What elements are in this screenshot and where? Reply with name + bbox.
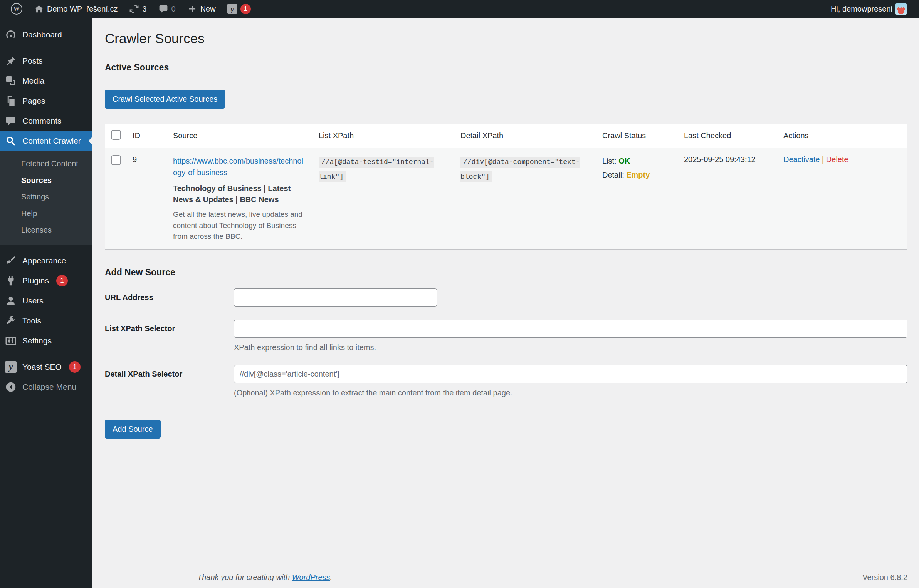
- page-title: Crawler Sources: [105, 31, 907, 46]
- account-menu[interactable]: Hi, demowpreseni: [827, 0, 911, 18]
- crawl-selected-button[interactable]: Crawl Selected Active Sources: [105, 90, 225, 109]
- comments-menu[interactable]: 0: [155, 0, 180, 18]
- sidebar-item-comments[interactable]: Comments: [0, 111, 92, 131]
- sidebar-item-label: Dashboard: [22, 30, 62, 39]
- sidebar-item-media[interactable]: Media: [0, 71, 92, 91]
- row-detail-xpath-cell: //div[@data-component="text-block"]: [455, 148, 596, 250]
- sidebar-item-pages[interactable]: Pages: [0, 91, 92, 111]
- yoast-seo-menu[interactable]: y 1: [223, 0, 255, 18]
- detail-xpath-selector-label: Detail XPath Selector: [105, 365, 234, 379]
- row-last-checked: 2025-09-25 09:43:12: [678, 148, 778, 250]
- sidebar-item-label: Comments: [22, 116, 62, 126]
- plugins-update-badge: 1: [56, 275, 68, 286]
- detail-xpath-code: //div[@data-component="text-block"]: [460, 157, 580, 182]
- sidebar-item-content-crawler[interactable]: Content Crawler: [0, 131, 92, 151]
- submenu-item-fetched-content[interactable]: Fetched Content: [0, 156, 92, 172]
- detail-xpath-selector-input[interactable]: [234, 365, 907, 383]
- source-description: Get all the latest news, live updates an…: [173, 209, 307, 242]
- column-header-detail-xpath: Detail XPath: [455, 124, 596, 148]
- yoast-icon: y: [5, 361, 17, 373]
- detail-xpath-helper-text: (Optional) XPath expression to extract t…: [234, 389, 907, 397]
- submenu-item-settings[interactable]: Settings: [0, 189, 92, 205]
- sidebar-item-label: Appearance: [22, 256, 66, 265]
- dashboard-icon: [5, 29, 17, 40]
- pushpin-icon: [5, 55, 17, 67]
- avatar: [895, 3, 907, 15]
- row-id: 9: [127, 148, 167, 250]
- media-icon: [5, 75, 17, 87]
- status-list-label: List:: [602, 157, 618, 165]
- pages-icon: [5, 95, 17, 107]
- add-new-source-heading: Add New Source: [105, 267, 907, 278]
- sources-table: ID Source List XPath Detail XPath Crawl …: [105, 124, 907, 250]
- plus-icon: [187, 4, 197, 14]
- url-address-input[interactable]: [234, 288, 437, 307]
- comment-icon: [158, 4, 168, 14]
- collapse-arrow-icon: [5, 381, 17, 393]
- new-content-menu[interactable]: New: [183, 0, 220, 18]
- delete-link[interactable]: Delete: [826, 155, 848, 164]
- sidebar-item-plugins[interactable]: Plugins 1: [0, 271, 92, 291]
- sidebar-item-label: Plugins: [22, 276, 49, 285]
- sidebar-item-label: Users: [22, 296, 44, 305]
- submenu-item-licenses[interactable]: Licenses: [0, 222, 92, 238]
- sidebar-item-tools[interactable]: Tools: [0, 311, 92, 331]
- footer-thanks: Thank you for creating with WordPress.: [197, 573, 332, 582]
- row-actions-cell: Deactivate | Delete: [778, 148, 907, 250]
- wordpress-logo-icon: W: [11, 3, 22, 15]
- footer: Thank you for creating with WordPress. V…: [197, 573, 907, 582]
- status-detail-value: Empty: [626, 171, 650, 179]
- sidebar-item-appearance[interactable]: Appearance: [0, 251, 92, 271]
- column-header-id: ID: [127, 124, 167, 148]
- comment-icon: [5, 115, 17, 127]
- row-crawl-status-cell: List: OK Detail: Empty: [596, 148, 678, 250]
- column-header-crawl-status: Crawl Status: [596, 124, 678, 148]
- status-detail-label: Detail:: [602, 171, 626, 179]
- sidebar-item-posts[interactable]: Posts: [0, 51, 92, 71]
- sidebar-item-label: Pages: [22, 96, 45, 106]
- sidebar-item-label: Content Crawler: [22, 136, 81, 146]
- sidebar-item-yoast-seo[interactable]: y Yoast SEO 1: [0, 357, 92, 377]
- search-icon: [5, 135, 17, 147]
- status-list-value: OK: [618, 157, 630, 165]
- site-link[interactable]: Demo WP_řešení.cz: [30, 0, 121, 18]
- active-sources-heading: Active Sources: [105, 62, 907, 73]
- sidebar-item-settings[interactable]: Settings: [0, 331, 92, 351]
- sidebar-item-collapse-menu[interactable]: Collapse Menu: [0, 377, 92, 397]
- list-xpath-code: //a[@data-testid="internal-link"]: [319, 157, 434, 182]
- source-title: Technology of Business | Latest News & U…: [173, 183, 307, 205]
- wordpress-link[interactable]: WordPress: [292, 573, 330, 581]
- row-list-xpath-cell: //a[@data-testid="internal-link"]: [313, 148, 455, 250]
- row-checkbox[interactable]: [111, 155, 121, 165]
- admin-sidebar: Dashboard Posts Media Pages Comments Con…: [0, 18, 92, 588]
- column-header-actions: Actions: [778, 124, 907, 148]
- sidebar-item-label: Collapse Menu: [22, 382, 76, 392]
- submenu-item-sources[interactable]: Sources: [0, 172, 92, 189]
- plug-icon: [5, 275, 17, 286]
- content-crawler-submenu: Fetched Content Sources Settings Help Li…: [0, 151, 92, 245]
- column-header-list-xpath: List XPath: [313, 124, 455, 148]
- wordpress-logo-menu[interactable]: W: [7, 0, 26, 18]
- column-header-source: Source: [167, 124, 313, 148]
- yoast-notification-badge: 1: [69, 361, 81, 373]
- comments-count: 0: [171, 5, 176, 13]
- sidebar-item-dashboard[interactable]: Dashboard: [0, 25, 92, 45]
- sidebar-item-users[interactable]: Users: [0, 291, 92, 311]
- sidebar-item-label: Settings: [22, 336, 52, 345]
- updates-menu[interactable]: 3: [125, 0, 150, 18]
- admin-bar: W Demo WP_řešení.cz 3 0 New y 1 Hi, demo…: [0, 0, 919, 18]
- main-content: Crawler Sources Active Sources Crawl Sel…: [92, 18, 919, 588]
- add-source-button[interactable]: Add Source: [105, 420, 161, 439]
- select-all-checkbox[interactable]: [111, 130, 121, 140]
- brush-icon: [5, 255, 17, 266]
- deactivate-link[interactable]: Deactivate: [783, 155, 820, 164]
- submenu-item-help[interactable]: Help: [0, 205, 92, 222]
- updates-count: 3: [142, 5, 146, 13]
- new-label: New: [200, 5, 216, 13]
- updates-icon: [129, 4, 139, 14]
- url-address-label: URL Address: [105, 288, 234, 302]
- row-source-cell: https://www.bbc.com/business/technology-…: [167, 148, 313, 250]
- list-xpath-selector-input[interactable]: [234, 320, 907, 338]
- source-url-link[interactable]: https://www.bbc.com/business/technology-…: [173, 155, 307, 178]
- table-row: 9 https://www.bbc.com/business/technolog…: [105, 148, 907, 250]
